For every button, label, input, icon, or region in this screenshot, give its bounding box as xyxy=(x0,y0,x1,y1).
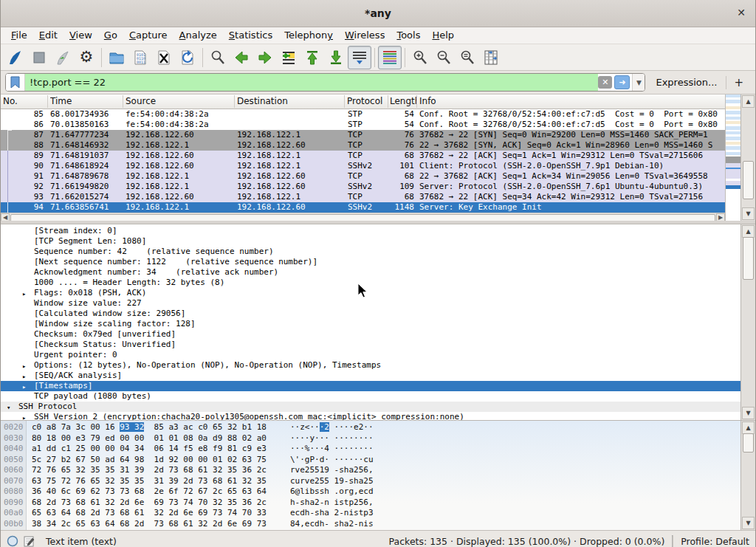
find-packet-button[interactable] xyxy=(206,46,230,69)
filter-apply-icon[interactable]: ➜ xyxy=(614,75,630,89)
menu-wireless[interactable]: Wireless xyxy=(339,29,391,42)
column-header-destination[interactable]: Destination xyxy=(237,96,344,106)
hex-row-0070[interactable]: 007063 75 72 76 65 32 35 35 31 39 2d 73 … xyxy=(1,476,740,487)
menu-capture[interactable]: Capture xyxy=(123,29,173,42)
packet-row-91[interactable]: 9171.648789678192.168.122.1192.168.122.6… xyxy=(1,171,725,182)
go-forward-button[interactable] xyxy=(253,46,277,69)
filter-history-dropdown-icon[interactable]: ▼ xyxy=(632,74,645,91)
hex-row-0040[interactable]: 0040a1 dd c1 25 00 00 04 34 06 14 f5 e8 … xyxy=(1,444,740,455)
detail-row[interactable]: [TCP Segment Len: 1080] xyxy=(1,236,740,247)
restart-capture-button[interactable] xyxy=(51,46,75,69)
detail-row[interactable]: Window size value: 227 xyxy=(1,298,740,309)
stop-capture-button[interactable] xyxy=(27,46,51,69)
menu-analyze[interactable]: Analyze xyxy=(173,29,223,42)
vscroll-thumb[interactable] xyxy=(743,161,754,199)
detail-row[interactable]: Urgent pointer: 0 xyxy=(1,350,740,360)
detail-row[interactable]: Acknowledgment number: 34 (relative ack … xyxy=(1,267,740,278)
hex-row-00a0[interactable]: 00a065 63 64 68 2d 73 68 61 32 2d 6e 69 … xyxy=(1,508,740,519)
collapse-arrow-icon[interactable]: ▾ xyxy=(7,402,10,413)
expand-arrow-icon[interactable]: ▸ xyxy=(22,371,26,382)
display-filter-input[interactable]: !tcp.port == 22 ✕ ➜ ▼ xyxy=(5,73,645,92)
packet-row-92[interactable]: 9271.661949820192.168.122.1192.168.122.6… xyxy=(1,182,725,192)
menu-statistics[interactable]: Statistics xyxy=(223,29,278,42)
details-scroll-down-icon[interactable]: ▼ xyxy=(742,407,755,419)
column-header-length[interactable]: Length xyxy=(390,96,416,106)
bytes-scroll-thumb[interactable] xyxy=(743,433,754,453)
menu-edit[interactable]: Edit xyxy=(33,29,63,42)
expert-info-button[interactable] xyxy=(7,535,18,547)
capture-comment-button[interactable] xyxy=(24,536,35,547)
bytes-scroll-down-icon[interactable]: ▼ xyxy=(742,517,755,529)
intelligent-scrollbar-minimap[interactable] xyxy=(725,94,740,221)
packet-row-86[interactable]: 8670.013850163fe:54:00:d4:38:2aSTP54Conf… xyxy=(1,120,725,130)
hscroll-right-arrow-icon[interactable]: ▶ xyxy=(716,213,725,221)
go-last-button[interactable] xyxy=(324,46,348,69)
column-header-no[interactable]: No. xyxy=(3,96,46,106)
hex-row-0050[interactable]: 00505c 27 b2 67 50 ad 64 98 1d 92 00 00 … xyxy=(1,455,740,466)
packet-list-vscrollbar[interactable]: ▲ ▼ xyxy=(740,94,755,221)
column-header-time[interactable]: Time xyxy=(50,96,123,106)
column-header-info[interactable]: Info xyxy=(419,96,715,106)
detail-row[interactable]: [Stream index: 0] xyxy=(1,226,740,236)
filter-text[interactable]: !tcp.port == 22 xyxy=(25,74,598,91)
detail-row[interactable]: [Calculated window size: 29056] xyxy=(1,309,740,319)
hscroll-thumb[interactable] xyxy=(10,214,715,221)
bytes-vscrollbar[interactable]: ▲ ▼ xyxy=(740,421,755,530)
hscroll-left-arrow-icon[interactable]: ◀ xyxy=(1,213,10,221)
packet-row-90[interactable]: 9071.648618924192.168.122.60192.168.122.… xyxy=(1,161,725,171)
expand-arrow-icon[interactable]: ▸ xyxy=(22,289,26,299)
hex-row-0090[interactable]: 009068 2d 73 68 61 32 2d 6e 69 73 74 70 … xyxy=(1,498,740,509)
detail-row[interactable]: ▸SSH Version 2 (encryption:chacha20-poly… xyxy=(1,412,740,420)
reload-file-button[interactable] xyxy=(176,46,199,69)
detail-row[interactable]: Checksum: 0x79ed [unverified] xyxy=(1,329,740,340)
expand-arrow-icon[interactable]: ▸ xyxy=(22,361,26,371)
detail-row[interactable]: [Next sequence number: 1122 (relative se… xyxy=(1,257,740,267)
menu-go[interactable]: Go xyxy=(98,29,123,42)
close-window-icon[interactable]: ✕ xyxy=(737,7,746,18)
details-scroll-thumb[interactable] xyxy=(743,237,754,280)
packet-list-header[interactable]: No.TimeSourceDestinationProtocolLengthIn… xyxy=(1,94,725,109)
go-first-button[interactable] xyxy=(300,46,324,69)
details-vscrollbar[interactable]: ▲ ▼ xyxy=(740,224,755,420)
menu-telephony[interactable]: Telephony xyxy=(278,29,339,42)
expression-button[interactable]: Expression... xyxy=(656,77,717,88)
bytes-scroll-up-icon[interactable]: ▲ xyxy=(742,422,755,434)
start-capture-button[interactable] xyxy=(4,46,27,69)
menu-help[interactable]: Help xyxy=(426,29,460,42)
details-scroll-up-icon[interactable]: ▲ xyxy=(742,225,755,238)
menu-tools[interactable]: Tools xyxy=(391,29,426,42)
detail-row[interactable]: Sequence number: 42 (relative sequence n… xyxy=(1,247,740,257)
go-to-packet-button[interactable] xyxy=(277,46,300,69)
packet-row-87[interactable]: 8771.647777234192.168.122.60192.168.122.… xyxy=(1,130,725,140)
zoom-reset-button[interactable] xyxy=(456,46,479,69)
detail-row[interactable]: [Window size scaling factor: 128] xyxy=(1,319,740,329)
detail-row[interactable]: ▸Flags: 0x018 (PSH, ACK) xyxy=(1,288,740,298)
filter-bookmark-icon[interactable] xyxy=(6,74,25,91)
go-back-button[interactable] xyxy=(230,46,253,69)
expand-arrow-icon[interactable]: ▸ xyxy=(22,382,26,392)
packet-row-85[interactable]: 8568.001734936fe:54:00:d4:38:2aSTP54Conf… xyxy=(1,109,725,120)
detail-row[interactable]: ▾SSH Protocol xyxy=(1,402,740,412)
detail-row[interactable]: ▸[Timestamps] xyxy=(1,381,740,391)
auto-scroll-button[interactable] xyxy=(348,46,371,69)
close-file-button[interactable] xyxy=(152,46,176,69)
detail-row[interactable]: ▸[SEQ/ACK analysis] xyxy=(1,371,740,381)
zoom-out-button[interactable] xyxy=(432,46,456,69)
hex-row-0080[interactable]: 008036 40 6c 69 62 73 73 68 2e 6f 72 67 … xyxy=(1,486,740,498)
vscroll-up-arrow-icon[interactable]: ▲ xyxy=(742,95,755,108)
packet-row-93[interactable]: 9371.662015274192.168.122.60192.168.122.… xyxy=(1,192,725,202)
column-header-protocol[interactable]: Protocol xyxy=(347,96,388,106)
add-filter-button[interactable]: + xyxy=(734,76,743,89)
packet-list-hscrollbar[interactable]: ◀ ▶ xyxy=(1,213,725,221)
filter-clear-icon[interactable]: ✕ xyxy=(598,76,612,89)
resize-columns-button[interactable] xyxy=(479,46,503,69)
capture-options-button[interactable]: ⚙ xyxy=(75,46,98,69)
hex-row-0020[interactable]: 0020c0 a8 7a 3c 00 16 93 32 85 a3 ac c0 … xyxy=(1,422,740,433)
colorize-button[interactable] xyxy=(378,46,402,69)
detail-row[interactable]: ▸Options: (12 bytes), No-Operation (NOP)… xyxy=(1,360,740,371)
hex-row-0030[interactable]: 003080 18 00 e3 79 ed 00 00 01 01 08 0a … xyxy=(1,433,740,444)
zoom-in-button[interactable] xyxy=(408,46,432,69)
expand-arrow-icon[interactable]: ▸ xyxy=(22,413,26,420)
hex-row-00b0[interactable]: 00b038 34 2c 65 63 64 68 2d 73 68 61 32 … xyxy=(1,519,740,530)
packet-row-94[interactable]: 9471.663856741192.168.122.1192.168.122.6… xyxy=(1,202,725,213)
